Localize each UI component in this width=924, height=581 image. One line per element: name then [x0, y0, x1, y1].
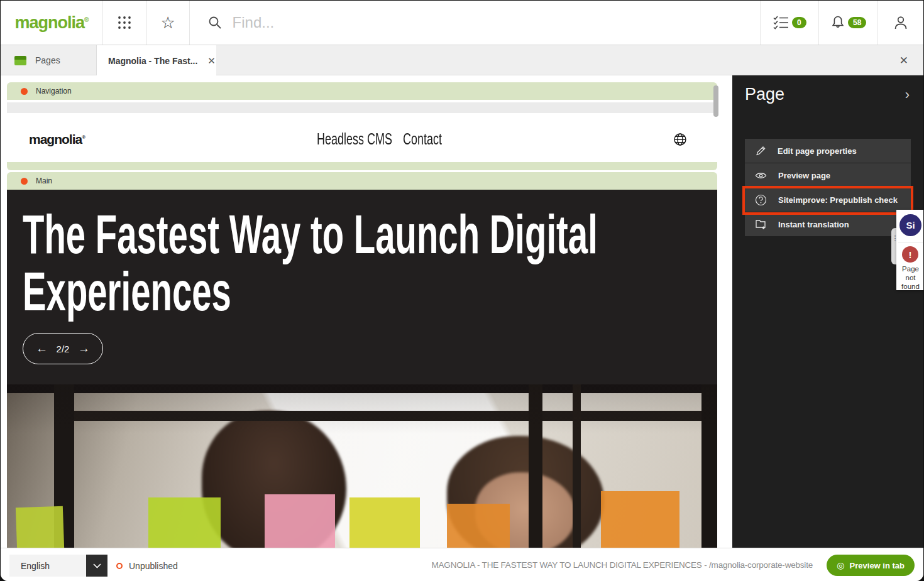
page-action-panel: Page › Edit page properties Preview page…: [732, 75, 923, 548]
magnolia-logo: magnolia®: [14, 13, 88, 33]
action-instant-translation[interactable]: Instant translation: [745, 212, 911, 236]
tasks-count-badge: 0: [792, 17, 806, 28]
carousel-next-icon[interactable]: →: [78, 342, 90, 356]
photo-shade: [7, 384, 717, 549]
language-value: English: [9, 555, 86, 577]
notifications-button[interactable]: 58: [818, 1, 877, 45]
tab-close-icon[interactable]: ✕: [207, 55, 216, 67]
error-icon: !: [902, 246, 918, 263]
empty-component-strip[interactable]: [7, 102, 717, 113]
site-registered-mark: ®: [82, 134, 85, 140]
language-select[interactable]: English: [9, 555, 107, 577]
magnolia-app-window: magnolia® ☆: [1, 1, 923, 581]
user-icon: [893, 14, 909, 31]
siteimprove-widget: Si ! Page not found: [896, 210, 923, 290]
carousel-prev-icon[interactable]: ←: [36, 342, 48, 356]
action-siteimprove-prepublish-check[interactable]: Siteimprove: Prepublish check: [745, 188, 911, 212]
hero-photo: [7, 384, 717, 549]
component-marker-icon: [21, 88, 28, 95]
notifications-count-badge: 58: [848, 17, 866, 28]
carousel-control: ← 2/2 →: [23, 333, 103, 364]
app-logo[interactable]: magnolia®: [1, 1, 102, 45]
search-input[interactable]: [233, 14, 673, 31]
navigation-component-bar[interactable]: Navigation: [7, 82, 717, 100]
component-marker-icon: [21, 178, 28, 185]
active-tab-label: Magnolia - The Fast...: [108, 56, 197, 66]
page-editor-workspace: Navigation magnolia® Headless CMS Contac…: [1, 75, 732, 548]
search-icon: [207, 15, 223, 30]
status-label: Unpublished: [129, 561, 178, 571]
main-component-bar[interactable]: Main: [7, 172, 717, 190]
nav-link-contact[interactable]: Contact: [403, 130, 442, 148]
page-breadcrumb: MAGNOLIA - THE FASTEST WAY TO LAUNCH DIG…: [432, 548, 813, 581]
registered-mark: ®: [84, 16, 88, 23]
site-navigation-row: magnolia® Headless CMS Contact: [7, 120, 717, 160]
tasks-button[interactable]: 0: [760, 1, 818, 45]
action-label: Siteimprove: Prepublish check: [778, 195, 898, 205]
language-globe-button[interactable]: [673, 133, 687, 149]
preview-scrollbar[interactable]: [713, 85, 718, 117]
page-preview: Navigation magnolia® Headless CMS Contac…: [7, 82, 717, 549]
chevron-right-icon[interactable]: ›: [905, 87, 910, 103]
hero-section: The Fastest Way to Launch Digital Experi…: [7, 190, 717, 549]
grid-icon: [116, 14, 133, 31]
navigation-component-label: Navigation: [36, 87, 72, 95]
navigation-area-end-strip[interactable]: [7, 162, 717, 170]
globe-icon: [673, 133, 687, 146]
app-launcher-button[interactable]: [102, 1, 146, 45]
tab-page-editor[interactable]: Magnolia - The Fast... ✕: [97, 45, 216, 76]
action-preview-page[interactable]: Preview page: [745, 163, 911, 187]
checklist-icon: [773, 16, 789, 30]
question-circle-icon: [755, 194, 767, 206]
preview-button-label: Preview in tab: [850, 561, 905, 570]
pages-tab-label: Pages: [35, 55, 60, 65]
hero-title: The Fastest Way to Launch Digital Experi…: [23, 206, 610, 320]
subapp-close-icon[interactable]: ✕: [899, 54, 908, 67]
main-component-label: Main: [36, 176, 52, 185]
panel-title: Page: [745, 85, 784, 104]
eye-icon: [755, 171, 767, 180]
status-bar: English Unpublished MAGNOLIA - THE FASTE…: [1, 548, 923, 581]
carousel-position: 2/2: [57, 344, 70, 354]
translate-folder-icon: [755, 219, 767, 230]
user-menu-button[interactable]: [877, 1, 923, 45]
site-logo[interactable]: magnolia®: [29, 132, 85, 147]
preview-eye-icon: ◎: [837, 560, 844, 570]
find-bar[interactable]: [189, 1, 761, 45]
star-icon: ☆: [160, 13, 175, 33]
siteimprove-badge[interactable]: Si: [899, 214, 921, 236]
tab-bar: Pages Magnolia - The Fast... ✕ ✕: [1, 45, 923, 75]
pages-app-icon: [14, 56, 26, 65]
widget-divider: [898, 242, 923, 242]
favorites-button[interactable]: ☆: [146, 1, 189, 45]
unpublished-status-icon: [116, 563, 123, 569]
preview-in-tab-button[interactable]: ◎ Preview in tab: [827, 555, 915, 576]
action-label: Instant translation: [778, 220, 849, 229]
app-header: magnolia® ☆: [1, 1, 923, 45]
nav-link-headless-cms[interactable]: Headless CMS: [317, 130, 392, 148]
chevron-down-icon: [86, 555, 107, 577]
action-label: Edit page properties: [778, 146, 857, 156]
publication-status: Unpublished: [116, 555, 178, 577]
action-label: Preview page: [778, 171, 830, 180]
tab-pages-app[interactable]: Pages: [1, 45, 97, 75]
pencil-icon: [755, 145, 766, 156]
siteimprove-status: Page not found: [896, 264, 923, 291]
action-edit-page-properties[interactable]: Edit page properties: [745, 139, 911, 163]
bell-icon: [830, 15, 845, 30]
